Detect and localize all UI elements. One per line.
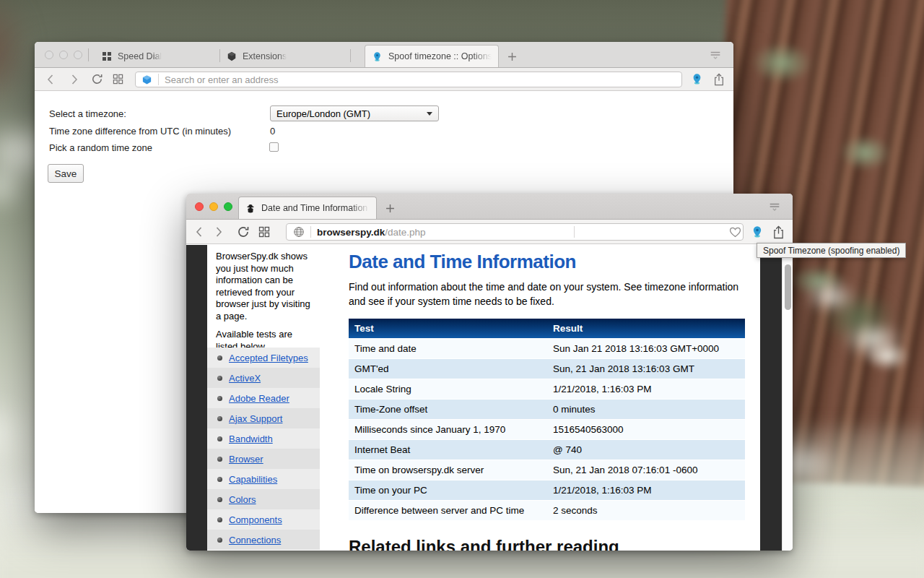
save-button[interactable]: Save xyxy=(48,164,84,183)
list-item[interactable]: Adobe Reader xyxy=(207,388,320,408)
related-links-heading: Related links and further reading xyxy=(349,537,619,551)
tab-date-time-information[interactable]: Date and Time Information - B xyxy=(238,197,377,219)
table-row: Time on browserspy.dk serverSun, 21 Jan … xyxy=(349,460,745,480)
table-row: Milliseconds since January 1, 1970151654… xyxy=(349,419,745,439)
desktop: Speed Dial Extensions Spoof timezone :: … xyxy=(0,0,924,578)
tiles-panel-icon[interactable] xyxy=(258,226,270,238)
sidebar-intro: BrowserSpy.dk shows you just how much in… xyxy=(207,245,320,322)
sidebar-link-bandwidth[interactable]: Bandwidth xyxy=(229,434,273,444)
new-tab-button[interactable] xyxy=(385,204,395,213)
list-item[interactable]: Accepted Filetypes xyxy=(207,348,320,368)
sidebar-link-connections[interactable]: Connections xyxy=(229,535,281,545)
address-bar[interactable]: Search or enter an address xyxy=(135,72,682,87)
new-tab-button[interactable] xyxy=(507,52,517,61)
spoof-timezone-extension-icon[interactable] xyxy=(751,225,764,238)
scrollbar[interactable] xyxy=(782,245,793,551)
reload-button[interactable] xyxy=(91,73,103,85)
table-row: Difference between server and PC time2 s… xyxy=(349,500,745,520)
sidebar-link-capabilities[interactable]: Capabilities xyxy=(229,474,277,485)
globe-icon xyxy=(293,226,305,238)
random-timezone-checkbox[interactable] xyxy=(269,142,279,152)
page-right-margin xyxy=(760,245,782,551)
scrollbar-thumb[interactable] xyxy=(785,264,791,310)
share-icon[interactable] xyxy=(713,73,725,86)
list-item[interactable]: Connections xyxy=(207,530,320,550)
list-item[interactable]: Colors xyxy=(207,489,320,509)
result-cell: 0 minutes xyxy=(547,399,745,419)
test-cell: Time on your PC xyxy=(349,480,547,500)
minimize-button[interactable] xyxy=(59,51,68,59)
sidebar-link-colors[interactable]: Colors xyxy=(229,494,256,505)
tab-spoof-timezone-options[interactable]: Spoof timezone :: Options pag xyxy=(365,45,499,67)
tab-label: Date and Time Information - B xyxy=(261,203,370,213)
page-title: Date and Time Information xyxy=(349,251,576,273)
table-row: Locale String1/21/2018, 1:16:03 PM xyxy=(349,379,745,399)
browserspy-window: Date and Time Information - B xyxy=(186,194,793,551)
close-button[interactable] xyxy=(45,51,53,59)
address-bar[interactable]: browserspy.dk/date.php xyxy=(286,223,744,241)
random-timezone-label: Pick a random time zone xyxy=(49,142,152,153)
bullet-icon xyxy=(217,457,222,462)
table-row: Internet Beat@ 740 xyxy=(349,439,745,460)
utc-offset-value: 0 xyxy=(270,126,275,137)
list-item[interactable]: Bandwidth xyxy=(207,428,320,449)
result-cell: Sun, 21 Jan 2018 07:16:01 -0600 xyxy=(547,460,745,480)
trash-closed-tabs-icon[interactable] xyxy=(709,51,722,60)
forward-button[interactable] xyxy=(71,74,79,85)
forward-button[interactable] xyxy=(215,226,223,238)
zoom-button[interactable] xyxy=(74,51,82,59)
trash-closed-tabs-icon[interactable] xyxy=(768,202,781,212)
timezone-select[interactable]: Europe/London (GMT) xyxy=(270,105,439,121)
back-button[interactable] xyxy=(46,74,54,85)
extensions-cube-icon xyxy=(227,51,237,61)
list-item[interactable]: Browser xyxy=(207,449,320,469)
sidebar-link-activex[interactable]: ActiveX xyxy=(229,373,261,384)
wallpaper-snow-branch xyxy=(801,253,924,412)
timezone-pin-icon xyxy=(372,51,383,62)
browserspy-spy-favicon xyxy=(245,203,256,213)
sidebar-link-components[interactable]: Components xyxy=(229,514,282,525)
page-intro: Find out information about the time and … xyxy=(349,280,747,309)
sidebar-link-accepted-filetypes[interactable]: Accepted Filetypes xyxy=(229,353,308,363)
bullet-icon xyxy=(217,497,222,502)
sidebar-link-adobe-reader[interactable]: Adobe Reader xyxy=(229,393,289,404)
result-cell: 1516540563000 xyxy=(547,419,745,439)
close-button[interactable] xyxy=(195,202,204,211)
tab-speed-dial[interactable]: Speed Dial xyxy=(95,46,219,67)
list-item[interactable]: ActiveX xyxy=(207,368,320,388)
browserspy-page: BrowserSpy.dk shows you just how much in… xyxy=(186,245,793,551)
vivaldi-cube-icon xyxy=(141,74,152,85)
share-icon[interactable] xyxy=(772,225,785,239)
result-cell: 2 seconds xyxy=(547,500,745,520)
divider xyxy=(574,226,575,238)
minimize-button[interactable] xyxy=(209,202,218,211)
test-cell: Time on browserspy.dk server xyxy=(349,460,547,480)
result-cell: 1/21/2018, 1:16:03 PM xyxy=(547,480,745,500)
zoom-button[interactable] xyxy=(224,202,232,211)
result-cell: @ 740 xyxy=(547,439,745,460)
speed-dial-grid-icon xyxy=(102,51,112,61)
result-cell: 1/21/2018, 1:16:03 PM xyxy=(547,379,745,399)
test-cell: GMT'ed xyxy=(349,358,547,379)
back-button[interactable] xyxy=(195,226,203,238)
url-text: browserspy.dk/date.php xyxy=(317,227,426,238)
sidebar-link-browser[interactable]: Browser xyxy=(229,454,263,465)
table-row: Time-Zone offset0 minutes xyxy=(349,399,745,419)
list-item[interactable]: Capabilities xyxy=(207,469,320,489)
column-header-result: Result xyxy=(547,319,745,338)
utc-offset-label: Time zone difference from UTC (in minute… xyxy=(49,126,231,137)
tab-extensions[interactable]: Extensions xyxy=(220,46,350,67)
list-item[interactable]: Components xyxy=(207,509,320,530)
list-item[interactable]: Ajax Support xyxy=(207,408,320,428)
page-left-margin xyxy=(186,245,207,551)
bookmark-heart-icon[interactable] xyxy=(729,227,743,238)
tiles-panel-icon[interactable] xyxy=(113,74,123,85)
spoof-timezone-extension-icon[interactable] xyxy=(691,73,703,85)
bullet-icon xyxy=(217,416,222,421)
options-window-tabbar: Speed Dial Extensions Spoof timezone :: … xyxy=(35,42,733,68)
reload-button[interactable] xyxy=(237,225,250,238)
sidebar-link-ajax-support[interactable]: Ajax Support xyxy=(229,413,282,424)
tab-divider xyxy=(350,49,351,62)
tab-label: Extensions xyxy=(243,51,287,61)
timezone-label: Select a timezone: xyxy=(49,108,126,119)
